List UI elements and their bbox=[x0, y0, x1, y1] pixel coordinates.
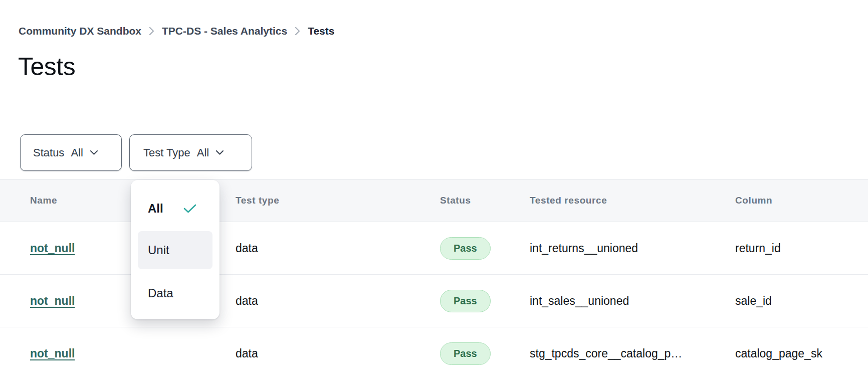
table-row: not_null data Pass int_returns__unioned … bbox=[0, 222, 868, 275]
test-type-dropdown-menu: All Unit Data bbox=[131, 180, 220, 319]
breadcrumb-item-package[interactable]: TPC-DS - Sales Analytics bbox=[162, 25, 287, 37]
tests-page: Community DX Sandbox TPC-DS - Sales Anal… bbox=[0, 0, 868, 379]
dropdown-option-label: Data bbox=[148, 286, 173, 300]
chevron-down-icon bbox=[215, 150, 224, 155]
chevron-right-icon bbox=[295, 27, 300, 36]
test-name-link[interactable]: not_null bbox=[30, 294, 75, 307]
test-name-link[interactable]: not_null bbox=[30, 347, 75, 360]
breadcrumb: Community DX Sandbox TPC-DS - Sales Anal… bbox=[19, 25, 334, 37]
status-badge: Pass bbox=[440, 342, 491, 365]
status-filter-value: All bbox=[71, 146, 83, 159]
test-name-link[interactable]: not_null bbox=[30, 242, 75, 255]
column-header-test-type: Test type bbox=[236, 195, 440, 206]
table-header-row: Name Test type Status Tested resource Co… bbox=[0, 179, 868, 222]
status-filter-button[interactable]: Status All bbox=[20, 134, 122, 171]
test-type-cell: data bbox=[236, 294, 440, 308]
status-badge: Pass bbox=[440, 237, 491, 260]
column-cell: sale_id bbox=[735, 294, 868, 308]
test-type-cell: data bbox=[236, 347, 440, 360]
dropdown-option-unit[interactable]: Unit bbox=[138, 231, 212, 269]
tested-resource-cell: int_sales__unioned bbox=[530, 294, 735, 308]
dropdown-option-all[interactable]: All bbox=[138, 194, 212, 223]
table-row: not_null data Pass int_sales__unioned sa… bbox=[0, 275, 868, 327]
test-type-filter-value: All bbox=[197, 146, 209, 159]
checkmark-icon bbox=[183, 204, 196, 214]
tests-table: Name Test type Status Tested resource Co… bbox=[0, 179, 868, 379]
column-cell: catalog_page_sk bbox=[735, 347, 868, 360]
column-cell: return_id bbox=[735, 242, 868, 255]
tested-resource-cell: stg_tpcds_core__catalog_p… bbox=[530, 347, 735, 360]
breadcrumb-item-project[interactable]: Community DX Sandbox bbox=[19, 25, 141, 37]
page-title: Tests bbox=[18, 52, 75, 81]
column-header-column: Column bbox=[735, 195, 868, 206]
status-badge: Pass bbox=[440, 290, 491, 312]
table-row: not_null data Pass stg_tpcds_core__catal… bbox=[0, 327, 868, 379]
column-header-tested-resource: Tested resource bbox=[530, 195, 735, 206]
test-type-cell: data bbox=[236, 242, 440, 255]
tested-resource-cell: int_returns__unioned bbox=[530, 242, 735, 255]
dropdown-option-data[interactable]: Data bbox=[138, 274, 212, 312]
chevron-right-icon bbox=[149, 27, 154, 36]
test-type-filter-label: Test Type bbox=[143, 146, 190, 159]
dropdown-option-label: Unit bbox=[148, 243, 169, 257]
chevron-down-icon bbox=[90, 150, 98, 155]
dropdown-option-label: All bbox=[148, 202, 163, 216]
breadcrumb-item-current: Tests bbox=[308, 25, 334, 37]
status-filter-label: Status bbox=[33, 146, 64, 159]
column-header-status: Status bbox=[440, 195, 530, 206]
test-type-filter-button[interactable]: Test Type All bbox=[129, 134, 252, 171]
